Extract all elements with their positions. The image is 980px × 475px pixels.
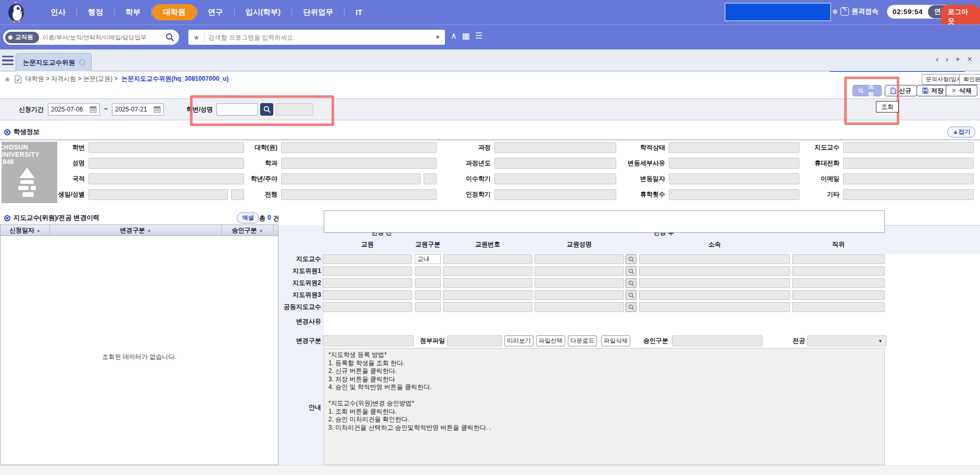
delete-button[interactable]: ✕ 삭제 bbox=[946, 85, 977, 96]
breadcrumb-path: 대학원 > 자격시험 > 논문(교원) > bbox=[26, 74, 118, 83]
calendar-icon[interactable] bbox=[90, 106, 97, 113]
column-header-승인구분[interactable]: 승인구분▲ bbox=[222, 225, 274, 235]
favorite-star-icon[interactable]: ★ bbox=[193, 33, 200, 42]
search-scope-badge[interactable]: 교직원 bbox=[5, 32, 39, 43]
field-label: 지도교수 bbox=[809, 143, 843, 152]
program-search-input[interactable] bbox=[209, 34, 436, 41]
교원성명-input bbox=[534, 278, 624, 288]
program-dropdown-arrow-icon[interactable]: ▼ bbox=[435, 34, 440, 40]
approval-label: 승인구분 bbox=[640, 335, 668, 346]
new-button-label: 신규 bbox=[899, 86, 911, 95]
date-to-input[interactable] bbox=[115, 106, 154, 113]
remote-access-button[interactable]: 원격접속 bbox=[841, 7, 879, 16]
close-all-tabs-icon[interactable]: × bbox=[967, 55, 972, 64]
new-button[interactable]: 신규 bbox=[885, 85, 917, 96]
faculty-search-button[interactable] bbox=[626, 266, 637, 276]
column-header-신청일자[interactable]: 신청일자▲ bbox=[1, 225, 50, 235]
search-icon[interactable] bbox=[166, 33, 174, 42]
소속-input bbox=[639, 254, 790, 264]
global-search-bar: 교직원 ★ ▼ ∧ ▦ ☰ bbox=[0, 24, 980, 49]
student-search-button[interactable] bbox=[260, 103, 273, 116]
bookmark-star-icon[interactable]: ★ bbox=[4, 75, 11, 83]
search-button[interactable]: 조회 bbox=[852, 85, 882, 96]
field-학년주야 bbox=[281, 173, 421, 184]
scope-dot-icon bbox=[8, 35, 12, 40]
prev-tab-icon[interactable]: ‹ bbox=[936, 55, 939, 64]
collapse-chevron-icon[interactable]: ∧ bbox=[451, 32, 457, 40]
faculty-search-button[interactable] bbox=[626, 290, 637, 300]
교원-input bbox=[323, 290, 412, 300]
faculty-search-button[interactable] bbox=[626, 278, 637, 288]
nav-item-administration[interactable]: 행정 bbox=[77, 4, 114, 20]
교원번호-input bbox=[443, 278, 532, 288]
add-tab-icon[interactable]: + bbox=[955, 55, 960, 64]
교원구분-cell bbox=[415, 278, 441, 288]
save-floppy-icon bbox=[922, 88, 928, 94]
nav-item-unit-tasks[interactable]: 단위업무 bbox=[292, 4, 344, 20]
tab-active[interactable]: 논문지도교수위원 × bbox=[16, 53, 92, 71]
field-label: 학번 bbox=[49, 143, 88, 152]
nav-item-personnel[interactable]: 인사 bbox=[40, 4, 77, 20]
nav-item-research[interactable]: 연구 bbox=[197, 4, 234, 20]
photo-watermark-text: CHOSUN UNIVERSITY 1946 bbox=[2, 144, 57, 166]
field-주야-box bbox=[424, 173, 437, 184]
grid-view-icon[interactable]: ▦ bbox=[462, 32, 470, 40]
date-to-field bbox=[112, 103, 164, 116]
field-성명 bbox=[88, 158, 244, 169]
calendar-icon[interactable] bbox=[154, 106, 161, 113]
detail-row-지도위원1: 지도위원1 bbox=[278, 266, 980, 276]
column-header-교원구분: 교원구분 bbox=[415, 240, 441, 249]
student-info-title-text: 학생정보 bbox=[14, 128, 40, 136]
app-logo-penguin[interactable] bbox=[3, 1, 30, 24]
excel-export-button[interactable]: 엑셀 bbox=[237, 213, 259, 223]
detail-row-지도교수: 지도교수 교내 bbox=[278, 254, 980, 264]
sort-asc-icon[interactable]: ▲ bbox=[259, 228, 263, 233]
major-label: 전공 bbox=[792, 335, 805, 346]
period-label: 신청기간 bbox=[19, 105, 44, 114]
attachment-label: 첨부파일 bbox=[417, 335, 445, 346]
view-toggle-icons: ∧ ▦ ☰ bbox=[451, 32, 482, 40]
nav-item-admissions[interactable]: 입시(학부) bbox=[235, 4, 292, 20]
field-이메일 bbox=[843, 173, 974, 184]
file-delete-button[interactable]: 파일삭제 bbox=[601, 335, 630, 346]
field-지도교수 bbox=[843, 142, 974, 153]
row-label: 지도교수 bbox=[278, 254, 321, 264]
preview-button[interactable]: 미리보기 bbox=[504, 335, 533, 346]
list-view-icon[interactable]: ☰ bbox=[475, 32, 482, 40]
save-button[interactable]: 저장 bbox=[917, 85, 949, 96]
reason-textarea[interactable] bbox=[324, 210, 885, 233]
change-type-label: 변경구분 bbox=[278, 335, 321, 346]
file-select-button[interactable]: 파일선택 bbox=[536, 335, 565, 346]
교원구분-cell bbox=[415, 290, 441, 300]
nav-item-undergraduate[interactable]: 학부 bbox=[114, 4, 151, 20]
guide-label: 안내 bbox=[278, 403, 321, 412]
tab-close-icon[interactable]: × bbox=[79, 59, 86, 66]
student-id-name-input[interactable] bbox=[217, 103, 258, 116]
nav-item-it[interactable]: IT bbox=[345, 5, 373, 20]
session-time-remaining: 02:59:54 bbox=[887, 8, 928, 16]
date-from-input[interactable] bbox=[51, 106, 90, 113]
sort-asc-icon[interactable]: ▲ bbox=[36, 228, 41, 233]
next-tab-icon[interactable]: › bbox=[946, 55, 949, 64]
collapse-button[interactable]: ▲접기 bbox=[947, 127, 975, 138]
field-label: 학년/주야 bbox=[250, 174, 281, 183]
breadcrumb-toolbar-row: ★ 대학원 > 자격시험 > 논문(교원) > 논문지도교수위원(hq_3081… bbox=[0, 72, 980, 99]
major-select[interactable]: ▼ bbox=[807, 335, 886, 346]
row-label: 공동지도교수 bbox=[278, 302, 321, 312]
memo-pencil-icon bbox=[841, 7, 849, 16]
download-button[interactable]: 다운로드 bbox=[568, 335, 597, 346]
save-button-label: 저장 bbox=[931, 86, 944, 95]
tilde-separator: ~ bbox=[104, 106, 108, 113]
faculty-search-button[interactable] bbox=[626, 254, 637, 264]
sort-asc-icon[interactable]: ▲ bbox=[147, 228, 151, 233]
교원성명-input bbox=[534, 254, 624, 264]
staff-search-input[interactable] bbox=[43, 34, 166, 41]
tab-nav-controls: ‹ › + × bbox=[936, 55, 972, 64]
column-header-변경구분[interactable]: 변경구분▲ bbox=[50, 225, 222, 235]
faculty-search-button[interactable] bbox=[626, 302, 637, 312]
row-label: 지도위원1 bbox=[278, 266, 321, 276]
confirm-complete-button[interactable]: 확인완료 bbox=[959, 74, 980, 85]
nav-item-graduate-school[interactable]: 대학원 bbox=[152, 4, 197, 20]
menu-hamburger-icon[interactable] bbox=[2, 56, 14, 65]
교원성명-input bbox=[534, 290, 624, 300]
